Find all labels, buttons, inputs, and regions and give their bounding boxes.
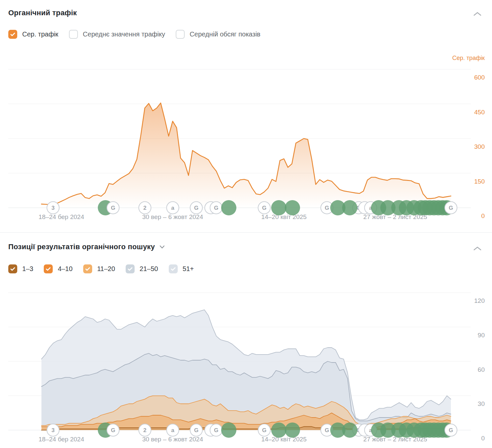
y-axis-tick-label: 150 — [474, 178, 485, 185]
legend-label: 4–10 — [58, 265, 73, 273]
position-range-legend: 1–34–1011–2021–5051+ — [8, 264, 194, 273]
chevron-up-icon — [473, 11, 482, 17]
legend-label: Сер. трафік — [22, 30, 58, 38]
checkmark-icon — [45, 266, 51, 272]
checkbox-avg-traffic-checked[interactable] — [8, 30, 17, 39]
checkbox-51plus-checked[interactable] — [169, 264, 178, 273]
legend-item-51plus[interactable]: 51+ — [169, 264, 194, 273]
legend-item-avg-traffic-value[interactable]: Середнє значення трафіку — [69, 30, 165, 39]
legend-item-1-3[interactable]: 1–3 — [8, 264, 33, 273]
x-axis-date-label: 30 вер – 6 жовт 2024 — [142, 436, 203, 443]
x-axis-date-label: 14–20 квіт 2025 — [261, 213, 307, 220]
update-marker-glyph: G — [111, 427, 115, 433]
legend-item-11-20[interactable]: 11–20 — [83, 264, 115, 273]
collapse-section-button[interactable] — [471, 10, 483, 19]
checkmark-icon — [127, 266, 133, 272]
checkbox-avg-traffic-value-unchecked[interactable] — [69, 30, 78, 39]
y-axis-tick-label: 90 — [478, 332, 485, 339]
legend-item-avg-traffic[interactable]: Сер. трафік — [8, 30, 58, 39]
checkmark-icon — [85, 266, 91, 272]
custom-event-marker-icon[interactable] — [285, 200, 300, 215]
checkbox-avg-impressions-unchecked[interactable] — [176, 30, 185, 39]
x-axis-date-label: 14–20 квіт 2025 — [261, 436, 307, 443]
checkbox-11-20-checked[interactable] — [83, 264, 92, 273]
x-axis-date-label: 18–24 бер 2024 — [38, 213, 84, 220]
custom-event-marker-icon[interactable] — [221, 422, 236, 438]
y-axis-tick-label: 600 — [474, 74, 485, 81]
y-axis-tick-label: 0 — [481, 435, 485, 442]
legend-label: Середнє значення трафіку — [83, 30, 165, 38]
chevron-up-icon — [473, 246, 482, 251]
update-marker-glyph: G — [325, 205, 329, 211]
update-marker-glyph: 3 — [51, 205, 54, 211]
seo-analytics-page: { "section1": { "title": "Органічний тра… — [0, 0, 492, 448]
update-marker-glyph: a — [171, 205, 174, 211]
custom-event-marker-icon[interactable] — [342, 200, 357, 215]
update-marker-glyph: G — [214, 427, 218, 433]
update-marker-glyph: a — [171, 427, 174, 433]
custom-event-marker-icon[interactable] — [285, 422, 300, 438]
chevron-down-icon — [159, 245, 165, 249]
section-title: Позиції результатів органічного пошуку — [8, 243, 155, 251]
legend-item-4-10[interactable]: 4–10 — [44, 264, 73, 273]
update-marker-glyph: G — [111, 205, 115, 211]
area-series-avg-traffic — [41, 103, 451, 208]
custom-event-marker-icon[interactable] — [342, 422, 357, 438]
legend-item-21-50[interactable]: 21–50 — [126, 264, 158, 273]
update-marker-glyph: G — [449, 427, 453, 433]
positions-title-dropdown[interactable]: Позиції результатів органічного пошуку — [8, 243, 165, 251]
right-axis-title: Сер. трафік — [452, 55, 485, 62]
y-axis-tick-label: 0 — [481, 212, 485, 219]
y-axis-tick-label: 450 — [474, 109, 485, 116]
update-marker-glyph: G — [194, 205, 198, 211]
legend-item-avg-impressions[interactable]: Середній обсяг показів — [176, 30, 261, 39]
update-marker-glyph: G — [262, 205, 266, 211]
organic-traffic-section: 18–24 бер 202430 вер – 6 жовт 202414–20 … — [0, 0, 492, 233]
y-axis-tick-label: 30 — [478, 400, 485, 407]
update-marker-glyph: G — [325, 427, 329, 433]
checkmark-icon — [10, 266, 16, 272]
checkmark-icon — [170, 266, 176, 272]
update-marker-glyph: G — [194, 427, 198, 433]
update-marker-glyph: G — [262, 427, 266, 433]
update-marker-glyph: G — [449, 205, 453, 211]
custom-event-marker-icon[interactable] — [271, 422, 286, 438]
checkbox-21-50-checked[interactable] — [126, 264, 135, 273]
x-axis-date-label: 18–24 бер 2024 — [38, 436, 84, 443]
checkmark-icon — [10, 31, 16, 37]
custom-event-marker-icon[interactable] — [221, 200, 236, 215]
organic-positions-section: 18–24 бер 202430 вер – 6 жовт 202414–20 … — [0, 233, 492, 448]
y-axis-tick-label: 60 — [478, 366, 485, 373]
checkbox-4-10-checked[interactable] — [44, 264, 53, 273]
legend-label: 1–3 — [22, 265, 33, 273]
update-marker-glyph: 3 — [51, 427, 54, 433]
update-marker-glyph: 2 — [143, 205, 146, 211]
legend-label: 51+ — [183, 265, 194, 273]
section-title: Органічний трафік — [8, 9, 77, 17]
update-marker-glyph: 2 — [143, 427, 146, 433]
traffic-metric-legend: Сер. трафікСереднє значення трафікуСеред… — [8, 30, 260, 39]
custom-event-marker-icon[interactable] — [271, 200, 286, 215]
checkbox-1-3-checked[interactable] — [8, 264, 17, 273]
legend-label: Середній обсяг показів — [190, 30, 261, 38]
y-axis-tick-label: 120 — [474, 297, 485, 304]
y-axis-tick-label: 300 — [474, 143, 485, 150]
collapse-section-button[interactable] — [471, 245, 483, 253]
legend-label: 11–20 — [97, 265, 115, 273]
legend-label: 21–50 — [140, 265, 158, 273]
x-axis-date-label: 30 вер – 6 жовт 2024 — [142, 213, 203, 220]
update-marker-glyph: G — [214, 205, 218, 211]
